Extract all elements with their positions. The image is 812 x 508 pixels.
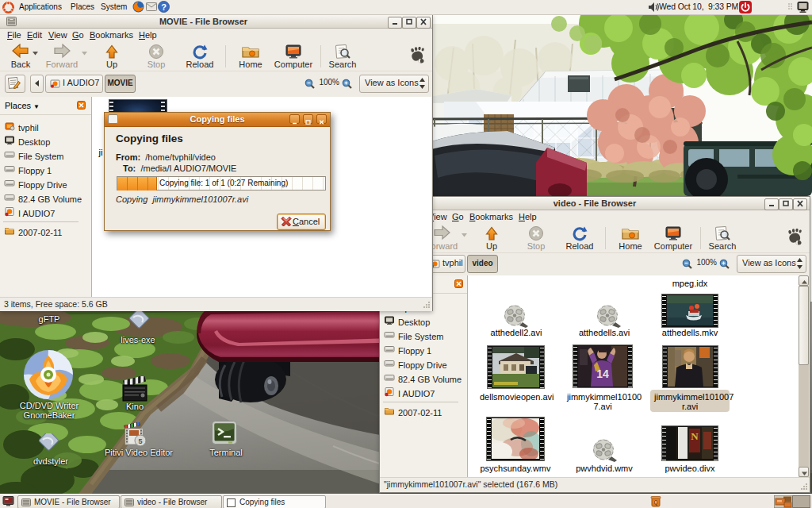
svg-text:5: 5	[138, 437, 142, 445]
svg-text:14: 14	[596, 368, 609, 380]
svg-text:N: N	[691, 430, 699, 442]
svg-text:?: ?	[161, 2, 167, 12]
svg-text:Q: Q	[653, 499, 657, 506]
